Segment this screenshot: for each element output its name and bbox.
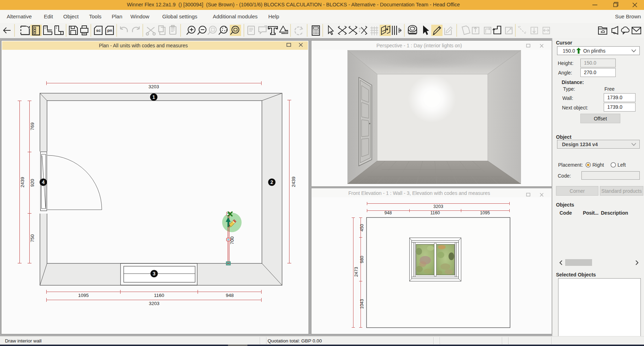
- svg-text:769: 769: [30, 123, 35, 131]
- svg-text:920: 920: [30, 179, 35, 187]
- svg-text:2473: 2473: [354, 267, 359, 277]
- svg-text:pn: pn: [107, 28, 112, 32]
- svg-text:1160: 1160: [431, 210, 440, 215]
- svg-text:2: 2: [270, 179, 273, 185]
- svg-text:980: 980: [359, 256, 364, 263]
- svg-text:450: 450: [359, 224, 364, 232]
- svg-text:1160: 1160: [154, 293, 164, 298]
- svg-text:3: 3: [153, 271, 156, 276]
- svg-text:3203: 3203: [433, 204, 443, 209]
- svg-text:2439: 2439: [20, 177, 25, 187]
- svg-text:1095: 1095: [78, 293, 89, 298]
- svg-text:1: 1: [152, 94, 155, 100]
- svg-text:sc: sc: [96, 28, 101, 32]
- svg-text:750: 750: [30, 234, 35, 243]
- svg-text:948: 948: [385, 210, 392, 215]
- svg-text:1095: 1095: [480, 210, 490, 215]
- svg-text:948: 948: [226, 293, 234, 298]
- svg-text:3203: 3203: [149, 301, 159, 306]
- svg-text:3203: 3203: [148, 84, 159, 89]
- svg-text:1043: 1043: [359, 299, 364, 309]
- svg-text:4: 4: [42, 179, 45, 185]
- svg-text:2439: 2439: [291, 177, 296, 187]
